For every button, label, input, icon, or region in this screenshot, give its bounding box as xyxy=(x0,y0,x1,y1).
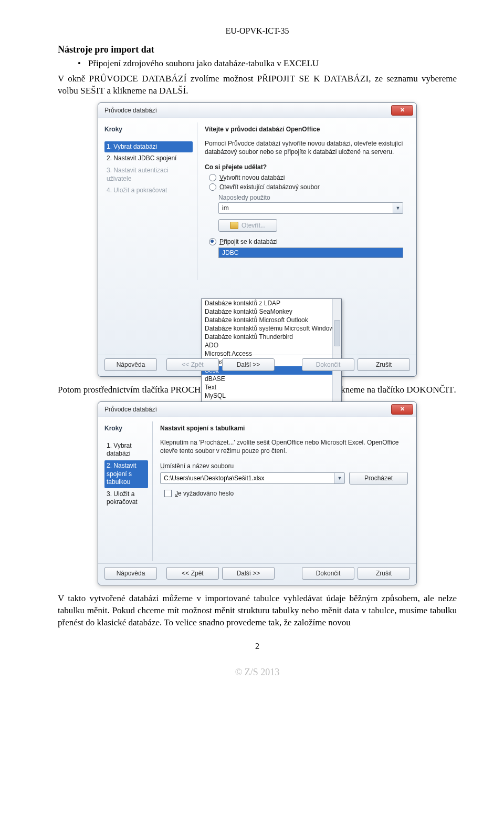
path-input[interactable] xyxy=(161,475,334,482)
paragraph-3: V takto vytvořené databázi můžeme v impo… xyxy=(58,593,457,629)
step-3: 3. Nastavit autentizaci uživatele xyxy=(104,165,193,184)
step-2[interactable]: 2. Nastavit spojení s tabulkou xyxy=(104,460,148,488)
close-button[interactable]: ✕ xyxy=(391,105,413,116)
help-button[interactable]: Nápověda xyxy=(104,358,157,371)
radio-create-new-label: Vytvořit novou databázi xyxy=(219,174,285,181)
db-type-select[interactable]: JDBC xyxy=(218,248,403,258)
list-item[interactable]: MySQL xyxy=(202,391,341,400)
checkbox-icon xyxy=(164,490,172,497)
page-number: 2 xyxy=(58,642,457,651)
paragraph-1: V okně PRŮVODCE DATABÁZÍ zvolíme možnost… xyxy=(58,73,457,97)
bullet-dot-icon: • xyxy=(78,58,88,69)
checkbox-password-label: Je vyžadováno heslo xyxy=(175,490,234,497)
db-type-selected: JDBC xyxy=(219,248,403,257)
chevron-down-icon[interactable]: ▼ xyxy=(334,473,344,483)
step-3[interactable]: 3. Uložit a pokračovat xyxy=(104,489,148,508)
question-label: Co si přejete udělat? xyxy=(205,163,408,171)
help-button[interactable]: Nápověda xyxy=(104,567,157,580)
radio-connect-db-label: Připojit se k databázi xyxy=(219,238,278,245)
back-button[interactable]: << Zpět xyxy=(166,567,219,580)
cancel-button[interactable]: Zrušit xyxy=(358,358,410,371)
steps-heading: Kroky xyxy=(104,126,193,133)
step-1[interactable]: 1. Vybrat databázi xyxy=(104,440,148,460)
close-icon: ✕ xyxy=(400,406,405,413)
close-icon: ✕ xyxy=(400,107,405,114)
back-button[interactable]: << Zpět xyxy=(166,358,219,371)
chevron-down-icon[interactable]: ▼ xyxy=(393,203,403,213)
panel-description: Klepnutím na 'Procházet...' zvolíte seši… xyxy=(160,438,408,455)
radio-connect-db[interactable]: Připojit se k databázi xyxy=(205,237,408,246)
wizard-steps-panel: Kroky 1. Vybrat databázi 2. Nastavit spo… xyxy=(104,421,153,561)
open-button-label: Otevřít... xyxy=(242,222,266,229)
path-label: Umístění a název souboru xyxy=(160,462,408,470)
list-item[interactable]: Databáze kontaktů systému Microsoft Wind… xyxy=(202,324,341,333)
titlebar: Průvodce databází ✕ xyxy=(98,103,416,118)
path-combo[interactable]: ▼ xyxy=(160,472,345,484)
dialog-database-wizard-step2: Průvodce databází ✕ Kroky 1. Vybrat data… xyxy=(98,401,417,585)
panel-heading: Vítejte v průvodci databází OpenOffice xyxy=(205,126,408,133)
browse-button[interactable]: Procházet xyxy=(349,472,408,484)
radio-icon xyxy=(209,238,216,245)
close-button[interactable]: ✕ xyxy=(391,404,413,415)
titlebar: Průvodce databází ✕ xyxy=(98,402,416,417)
window-title: Průvodce databází xyxy=(104,406,391,413)
panel-description: Pomocí Průvodce databází vytvoříte novou… xyxy=(205,139,408,156)
section-title: Nástroje pro import dat xyxy=(58,44,457,55)
radio-icon xyxy=(209,183,216,191)
next-button[interactable]: Další >> xyxy=(222,358,275,371)
recent-input[interactable] xyxy=(219,204,393,212)
recent-label: Naposledy použito xyxy=(205,194,408,201)
finish-button[interactable]: Dokončit xyxy=(302,567,354,580)
list-item[interactable]: ADO xyxy=(202,341,341,349)
list-item[interactable]: Databáze kontaktů Thunderbird xyxy=(202,333,341,341)
open-button[interactable]: Otevřít... xyxy=(218,219,277,232)
radio-create-new[interactable]: Vytvořit novou databázi xyxy=(205,173,408,182)
dropdown-scrollbar[interactable] xyxy=(332,299,341,408)
cancel-button[interactable]: Zrušit xyxy=(358,567,410,580)
folder-open-icon xyxy=(230,222,238,229)
panel-heading: Nastavit spojení s tabulkami xyxy=(160,425,408,432)
step-2[interactable]: 2. Nastavit JDBC spojení xyxy=(104,153,193,164)
bullet-item: •Připojení zdrojového souboru jako datab… xyxy=(58,58,457,69)
list-item[interactable]: Databáze kontaktů Microsoft Outlook xyxy=(202,316,341,324)
list-item[interactable]: Databáze kontaktů SeaMonkey xyxy=(202,307,341,316)
copyright-footer: © Z/S 2013 xyxy=(58,667,457,678)
wizard-steps-panel: Kroky 1. Vybrat databázi 2. Nastavit JDB… xyxy=(104,122,197,280)
window-title: Průvodce databází xyxy=(104,107,391,114)
step-4: 4. Uložit a pokračovat xyxy=(104,185,193,197)
step-1[interactable]: 1. Vybrat databázi xyxy=(104,141,193,153)
steps-heading: Kroky xyxy=(104,425,148,432)
radio-open-existing-label: Otevřít existující databázový soubor xyxy=(219,183,320,191)
radio-open-existing[interactable]: Otevřít existující databázový soubor xyxy=(205,182,408,192)
recent-combo[interactable]: ▼ xyxy=(218,202,403,214)
dialog-database-wizard-step1: Průvodce databází ✕ Kroky 1. Vybrat data… xyxy=(98,102,417,377)
bullet-text: Připojení zdrojového souboru jako databá… xyxy=(88,58,319,68)
list-item[interactable]: Text xyxy=(202,383,341,391)
next-button[interactable]: Další >> xyxy=(222,567,275,580)
finish-button[interactable]: Dokončit xyxy=(302,358,354,371)
scrollbar-thumb[interactable] xyxy=(334,320,340,346)
radio-icon xyxy=(209,174,216,181)
list-item[interactable]: Databáze kontaktů z LDAP xyxy=(202,299,341,307)
db-type-dropdown-list[interactable]: Databáze kontaktů z LDAP Databáze kontak… xyxy=(201,298,342,409)
checkbox-password[interactable]: Je vyžadováno heslo xyxy=(160,489,408,498)
doc-header: EU-OPVK-ICT-35 xyxy=(58,26,457,36)
